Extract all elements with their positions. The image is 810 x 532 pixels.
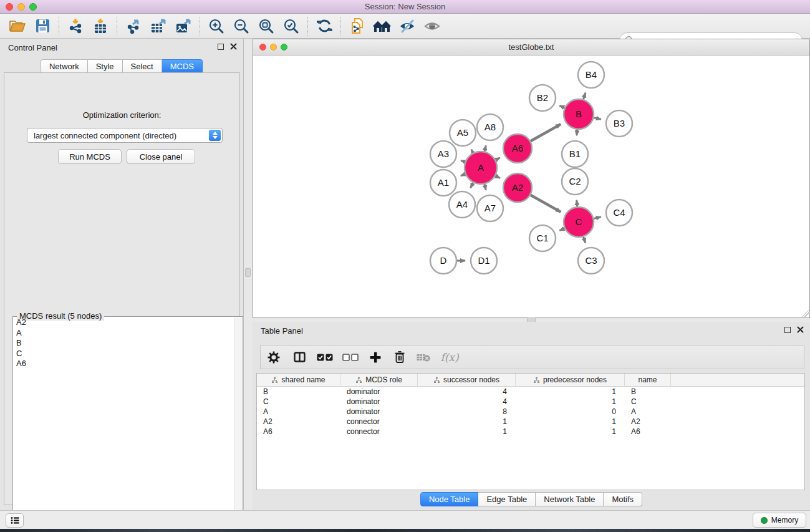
result-scrollbar[interactable]: [234, 317, 242, 530]
cell-MCDS-role[interactable]: dominator: [340, 397, 418, 406]
graph-edge-A-A7[interactable]: [485, 183, 486, 190]
close-window-icon[interactable]: [6, 3, 13, 11]
graph-edge-C-C4[interactable]: [593, 217, 600, 219]
cell-successor-nodes[interactable]: 4: [418, 397, 516, 406]
column-header-predecessor-nodes[interactable]: predecessor nodes: [516, 374, 625, 386]
graph-edge-B-B3[interactable]: [593, 117, 600, 119]
graph-edge-C-C3[interactable]: [583, 236, 585, 243]
export-network-button[interactable]: [121, 16, 146, 37]
table-row[interactable]: A2connector11A2: [257, 417, 804, 427]
apply-layout-button[interactable]: [312, 16, 337, 37]
export-table-button[interactable]: [146, 16, 171, 37]
zoom-in-button[interactable]: [204, 16, 229, 37]
cell-name[interactable]: A: [625, 407, 671, 416]
cell-predecessor-nodes[interactable]: 0: [516, 407, 625, 416]
cell-successor-nodes[interactable]: 8: [418, 407, 516, 416]
open-session-button[interactable]: [5, 16, 30, 37]
close-panel-button[interactable]: Close panel: [127, 149, 195, 164]
cell-shared-name[interactable]: B: [257, 387, 340, 396]
column-header-successor-nodes[interactable]: successor nodes: [418, 374, 516, 386]
graph-edge-B-B1[interactable]: [577, 129, 577, 135]
cell-MCDS-role[interactable]: connector: [340, 427, 418, 436]
cell-MCDS-role[interactable]: dominator: [340, 387, 418, 396]
export-image-button[interactable]: [171, 16, 196, 37]
cell-successor-nodes[interactable]: 1: [418, 427, 516, 436]
network-canvas[interactable]: AA1A3A4A5A7A8A6A2BB2B4B3B1C2CC4C1C3DD1: [253, 56, 809, 317]
tab-select[interactable]: Select: [123, 59, 162, 74]
cell-shared-name[interactable]: A2: [257, 417, 340, 426]
cell-predecessor-nodes[interactable]: 1: [516, 427, 625, 436]
float-table-panel-icon[interactable]: [784, 327, 791, 333]
delete-table-button[interactable]: [412, 347, 435, 368]
graph-edge-A-A2[interactable]: [495, 175, 500, 178]
graph-edge-C-C1[interactable]: [559, 228, 565, 231]
cell-predecessor-nodes[interactable]: 1: [516, 397, 625, 406]
table-row[interactable]: A6connector11A6: [257, 427, 804, 437]
new-network-from-selection-button[interactable]: [345, 16, 370, 37]
close-panel-icon[interactable]: [230, 43, 237, 50]
tab-motifs[interactable]: Motifs: [604, 492, 642, 506]
show-all-button[interactable]: [420, 16, 445, 37]
tab-network[interactable]: Network: [41, 59, 88, 74]
cell-successor-nodes[interactable]: 4: [418, 387, 516, 396]
cell-name[interactable]: A2: [625, 417, 671, 426]
graph-edge-A2-C[interactable]: [530, 195, 561, 212]
graph-edge-B-B2[interactable]: [559, 105, 565, 108]
result-item[interactable]: C: [14, 349, 234, 360]
graph-edge-A-A4[interactable]: [471, 182, 474, 188]
mcds-result-list[interactable]: A2ABCA6: [14, 318, 234, 530]
resize-grip-icon[interactable]: [801, 309, 809, 317]
tab-mcds[interactable]: MCDS: [162, 59, 203, 74]
zoom-selected-button[interactable]: [279, 16, 304, 37]
zoom-out-button[interactable]: [229, 16, 254, 37]
cell-MCDS-role[interactable]: connector: [340, 417, 418, 426]
node-table[interactable]: shared nameMCDS rolesuccessor nodesprede…: [256, 373, 805, 490]
cell-shared-name[interactable]: A6: [257, 427, 340, 436]
criterion-dropdown[interactable]: largest connected component (directed): [27, 128, 223, 143]
graph-edge-B-B4[interactable]: [583, 93, 586, 100]
tab-style[interactable]: Style: [88, 59, 123, 74]
first-neighbors-button[interactable]: [370, 16, 395, 37]
save-session-button[interactable]: [30, 16, 55, 37]
graph-edge-A-A6[interactable]: [495, 158, 500, 160]
split-view-button[interactable]: [287, 347, 312, 368]
hide-selected-button[interactable]: [395, 16, 420, 37]
deselect-all-button[interactable]: [338, 347, 363, 368]
column-header-MCDS-role[interactable]: MCDS role: [340, 374, 418, 386]
close-table-panel-icon[interactable]: [797, 326, 804, 333]
zoom-window-icon[interactable]: [29, 3, 37, 11]
cell-name[interactable]: A6: [625, 427, 671, 436]
cell-shared-name[interactable]: C: [257, 397, 340, 406]
result-item[interactable]: A: [14, 329, 234, 339]
graph-edge-A-A8[interactable]: [485, 145, 486, 152]
cell-name[interactable]: B: [625, 387, 671, 396]
cell-successor-nodes[interactable]: 1: [418, 417, 516, 426]
import-table-button[interactable]: [88, 16, 113, 37]
table-row[interactable]: Adominator80A: [257, 407, 804, 417]
minimize-window-icon[interactable]: [17, 3, 25, 11]
cell-predecessor-nodes[interactable]: 1: [516, 387, 625, 396]
network-window-titlebar[interactable]: testGlobe.txt: [253, 39, 809, 56]
table-settings-button[interactable]: [261, 347, 287, 368]
delete-column-button[interactable]: [388, 347, 412, 368]
run-mcds-button[interactable]: Run MCDS: [58, 149, 122, 164]
cell-name[interactable]: C: [625, 397, 671, 406]
import-network-button[interactable]: [63, 16, 88, 37]
graph-edge-A6-B[interactable]: [530, 124, 561, 142]
select-all-button[interactable]: [312, 347, 338, 368]
add-column-button[interactable]: [363, 347, 388, 368]
result-item[interactable]: B: [14, 339, 234, 349]
column-header-name[interactable]: name: [625, 374, 671, 386]
graph-edge-A-A1[interactable]: [461, 174, 466, 176]
zoom-network-icon[interactable]: [281, 44, 287, 51]
float-panel-icon[interactable]: [218, 44, 224, 50]
close-network-icon[interactable]: [259, 44, 266, 51]
tab-node-table[interactable]: Node Table: [420, 492, 479, 506]
result-item[interactable]: A6: [14, 359, 234, 370]
minimize-network-icon[interactable]: [270, 44, 277, 51]
result-item[interactable]: A2: [14, 318, 234, 329]
table-row[interactable]: Cdominator41C: [257, 397, 804, 407]
function-builder-button[interactable]: f(x): [435, 347, 464, 368]
cell-MCDS-role[interactable]: dominator: [340, 407, 418, 416]
zoom-fit-button[interactable]: [254, 16, 279, 37]
